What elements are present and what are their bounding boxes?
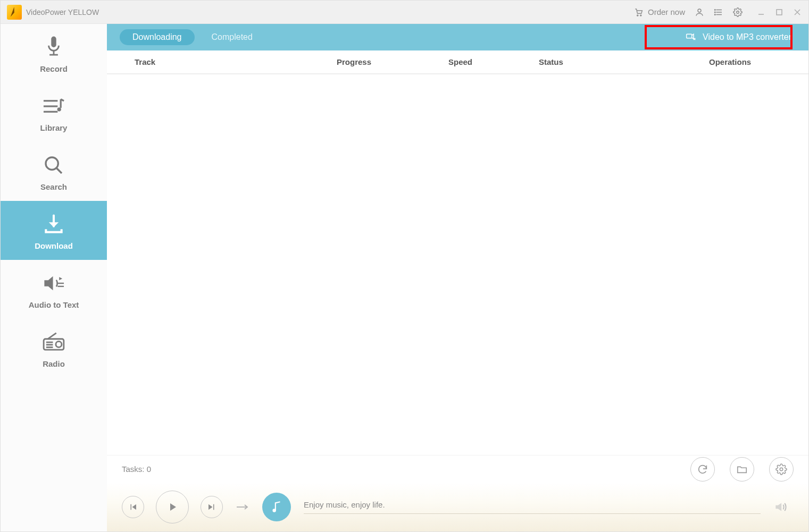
- table-body: [107, 74, 808, 455]
- main: Record Library Search Download: [1, 24, 808, 531]
- svg-point-1: [640, 14, 641, 15]
- track-area: Enjoy music, enjoy life.: [304, 500, 761, 514]
- converter-label: Video to MP3 converter: [703, 32, 791, 42]
- minimize-button[interactable]: [756, 7, 766, 17]
- sidebar-item-label: Search: [40, 182, 67, 191]
- svg-point-21: [46, 157, 58, 170]
- svg-point-32: [780, 468, 783, 471]
- svg-point-0: [637, 14, 638, 15]
- svg-line-30: [48, 333, 56, 339]
- next-button[interactable]: [201, 496, 223, 518]
- refresh-button[interactable]: [690, 457, 715, 482]
- sidebar-item-label: Record: [40, 64, 68, 73]
- play-button[interactable]: [156, 491, 189, 523]
- player-controls: [122, 491, 223, 523]
- app-title: VideoPower YELLOW: [26, 8, 99, 16]
- tasks-actions: [690, 457, 794, 482]
- tab-bar: Downloading Completed Video to MP3 conve…: [107, 24, 808, 50]
- tab-completed[interactable]: Completed: [210, 29, 255, 45]
- sidebar-item-library[interactable]: Library: [1, 83, 107, 142]
- svg-point-20: [57, 107, 61, 111]
- column-header-status: Status: [539, 57, 640, 66]
- order-now-label: Order now: [648, 7, 685, 16]
- column-header-operations: Operations: [640, 57, 802, 66]
- library-icon: [42, 95, 65, 118]
- svg-line-22: [56, 168, 62, 173]
- close-button[interactable]: [793, 7, 802, 17]
- converter-icon: [686, 32, 696, 43]
- cart-icon: [634, 7, 644, 17]
- shuffle-icon[interactable]: [236, 503, 249, 511]
- column-header-progress: Progress: [337, 57, 448, 66]
- gear-icon[interactable]: [733, 7, 743, 17]
- sidebar-item-record[interactable]: Record: [1, 24, 107, 83]
- svg-point-2: [698, 9, 701, 12]
- sidebar-item-audio-to-text[interactable]: Audio to Text: [1, 260, 107, 319]
- column-header-speed: Speed: [448, 57, 539, 66]
- open-folder-button[interactable]: [730, 457, 754, 482]
- content: Downloading Completed Video to MP3 conve…: [107, 24, 808, 531]
- app-window: VideoPower YELLOW Order now: [0, 0, 809, 532]
- speech-to-text-icon: [42, 272, 65, 295]
- window-controls: [756, 7, 802, 17]
- app-logo-icon: [7, 5, 22, 20]
- settings-button[interactable]: [769, 457, 794, 482]
- tasks-row: Tasks: 0: [107, 455, 808, 483]
- video-to-mp3-converter-button[interactable]: Video to MP3 converter: [681, 30, 796, 45]
- titlebar-right: Order now: [634, 7, 802, 17]
- sidebar-item-radio[interactable]: Radio: [1, 319, 107, 378]
- microphone-icon: [42, 36, 65, 59]
- volume-icon[interactable]: [773, 500, 787, 514]
- svg-point-8: [715, 14, 716, 15]
- order-now-button[interactable]: Order now: [634, 7, 685, 17]
- tab-downloading[interactable]: Downloading: [120, 29, 195, 45]
- now-playing-text: Enjoy music, enjoy life.: [304, 500, 761, 509]
- tasks-count-label: Tasks: 0: [122, 465, 151, 474]
- sidebar-item-label: Library: [40, 123, 68, 132]
- user-icon[interactable]: [695, 7, 704, 17]
- radio-icon: [42, 331, 65, 354]
- sidebar: Record Library Search Download: [1, 24, 107, 531]
- search-icon: [42, 154, 65, 177]
- svg-rect-11: [777, 10, 782, 15]
- progress-track[interactable]: [304, 513, 761, 514]
- table-header: Track Progress Speed Status Operations: [107, 50, 808, 74]
- svg-point-9: [737, 11, 739, 13]
- maximize-button[interactable]: [774, 7, 784, 17]
- column-header-track: Track: [113, 57, 337, 66]
- svg-point-7: [715, 12, 716, 13]
- player-bar: Enjoy music, enjoy life.: [107, 483, 808, 531]
- sidebar-item-label: Download: [35, 241, 73, 250]
- menu-list-icon[interactable]: [714, 7, 723, 17]
- svg-rect-14: [51, 37, 56, 47]
- sidebar-item-label: Audio to Text: [29, 300, 79, 309]
- svg-rect-31: [687, 34, 692, 38]
- sidebar-item-download[interactable]: Download: [1, 201, 107, 260]
- titlebar: VideoPower YELLOW Order now: [1, 1, 808, 24]
- svg-point-6: [715, 9, 716, 10]
- now-playing-icon[interactable]: [262, 493, 291, 521]
- titlebar-left: VideoPower YELLOW: [7, 5, 99, 20]
- previous-button[interactable]: [122, 496, 144, 518]
- download-icon: [42, 213, 65, 236]
- svg-point-34: [272, 509, 276, 512]
- sidebar-item-label: Radio: [43, 359, 65, 368]
- sidebar-item-search[interactable]: Search: [1, 142, 107, 201]
- tabs: Downloading Completed: [120, 29, 255, 45]
- svg-point-26: [56, 341, 62, 347]
